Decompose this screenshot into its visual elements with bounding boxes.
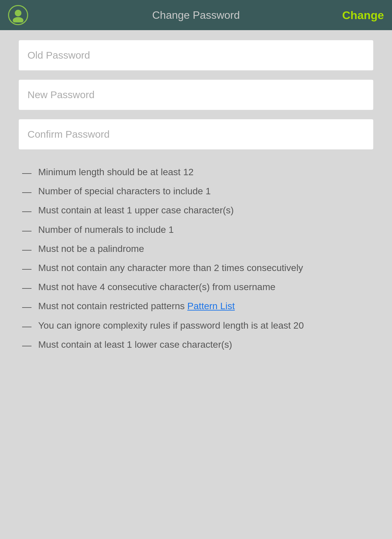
svg-point-1 (13, 17, 23, 22)
rule-item: —Must contain at least 1 upper case char… (22, 204, 373, 217)
avatar-icon (8, 5, 28, 25)
rule-item: —You can ignore complexity rules if pass… (22, 319, 373, 333)
rule-dash: — (22, 243, 31, 256)
pattern-list-link[interactable]: Pattern List (187, 301, 235, 311)
rule-dash: — (22, 204, 31, 217)
rule-dash: — (22, 166, 31, 179)
rule-lowercase-text: Must contain at least 1 lower case chara… (38, 338, 232, 351)
rule-item: —Must not be a palindrome (22, 242, 373, 256)
change-button[interactable]: Change (342, 9, 384, 22)
rule-item: —Number of numerals to include 1 (22, 223, 373, 237)
rule-dash: — (22, 320, 31, 333)
app-header: Change Password Change (0, 0, 392, 30)
rule-complexity-text: You can ignore complexity rules if passw… (38, 319, 304, 332)
rule-dash: — (22, 185, 31, 198)
rule-item: —Must contain at least 1 lower case char… (22, 338, 373, 352)
rule-restricted-text: Must not contain restricted patterns Pat… (38, 299, 235, 313)
rule-dash: — (22, 339, 31, 352)
rule-item: —Number of special characters to include… (22, 185, 373, 198)
rule-item: —Must not contain any character more tha… (22, 261, 373, 275)
rule-consecutive-text: Must not contain any character more than… (38, 261, 303, 274)
header-left (8, 5, 28, 25)
password-rules: —Minimum length should be at least 12—Nu… (19, 165, 373, 352)
rule-numerals-text: Number of numerals to include 1 (38, 223, 174, 236)
rule-dash: — (22, 262, 31, 275)
rule-item: —Must not contain restricted patterns Pa… (22, 299, 373, 313)
rule-username-text: Must not have 4 consecutive character(s)… (38, 280, 275, 293)
rule-min-length-text: Minimum length should be at least 12 (38, 165, 194, 179)
old-password-input[interactable] (19, 40, 373, 70)
rule-dash: — (22, 281, 31, 294)
confirm-password-input[interactable] (19, 119, 373, 149)
svg-point-0 (15, 10, 21, 16)
rule-item: —Minimum length should be at least 12 (22, 165, 373, 179)
page-title: Change Password (152, 9, 240, 21)
rule-item: —Must not have 4 consecutive character(s… (22, 280, 373, 294)
rule-dash: — (22, 224, 31, 237)
rule-dash: — (22, 300, 31, 313)
new-password-input[interactable] (19, 80, 373, 110)
rule-uppercase-text: Must contain at least 1 upper case chara… (38, 204, 234, 217)
rule-palindrome-text: Must not be a palindrome (38, 242, 144, 255)
main-content: —Minimum length should be at least 12—Nu… (0, 30, 392, 367)
rule-special-chars-text: Number of special characters to include … (38, 185, 211, 198)
